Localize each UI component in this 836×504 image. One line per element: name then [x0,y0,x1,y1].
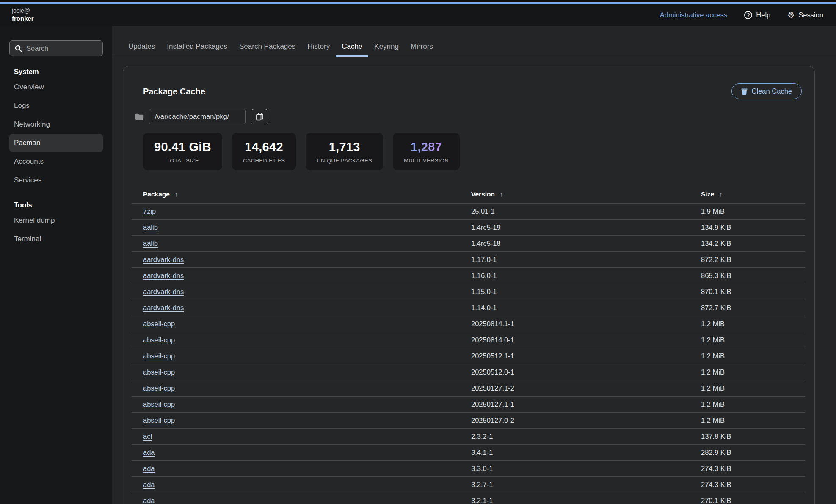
gear-icon: ⚙ [787,11,795,19]
size-cell: 1.2 MiB [701,332,805,348]
table-row: aardvark-dns1.14.0-1872.7 KiB [132,300,805,316]
package-cell: abseil-cpp [132,332,471,348]
tab-mirrors[interactable]: Mirrors [405,37,439,57]
tab-keyring[interactable]: Keyring [368,37,405,57]
package-link[interactable]: abseil-cpp [143,352,175,360]
sort-icon[interactable]: ↕ [719,190,723,198]
sidebar-item-terminal[interactable]: Terminal [9,230,103,248]
tab-updates[interactable]: Updates [122,37,161,57]
stat-label: UNIQUE PACKAGES [317,157,372,164]
size-cell: 274.3 KiB [701,477,805,493]
package-link[interactable]: abseil-cpp [143,320,175,328]
package-link[interactable]: abseil-cpp [143,416,175,424]
package-link[interactable]: ada [143,497,155,504]
table-row: abseil-cpp20250127.1-21.2 MiB [132,380,805,397]
package-link[interactable]: ada [143,481,155,488]
sidebar-item-pacman[interactable]: Pacman [9,134,103,152]
size-cell: 1.2 MiB [701,316,805,332]
cache-path-input[interactable] [149,109,246,124]
sidebar-item-networking[interactable]: Networking [9,115,103,134]
copy-path-button[interactable] [251,109,268,124]
package-link[interactable]: ada [143,449,155,456]
version-cell: 20250814.1-1 [471,316,701,332]
sidebar-item-overview[interactable]: Overview [9,78,103,96]
size-cell: 270.1 KiB [701,493,805,504]
package-link[interactable]: abseil-cpp [143,400,175,408]
copy-icon [256,113,263,121]
clean-cache-button[interactable]: Clean Cache [731,83,802,99]
package-link[interactable]: aalib [143,223,158,231]
stat-value: 90.41 GiB [154,140,211,154]
sidebar-item-services[interactable]: Services [9,171,103,190]
table-row: ada3.3.0-1274.3 KiB [132,461,805,477]
package-link[interactable]: 7zip [143,207,156,215]
table-row: aardvark-dns1.17.0-1872.2 KiB [132,252,805,268]
administrative-access-link[interactable]: Administrative access [660,11,728,19]
sidebar-item-kernel-dump[interactable]: Kernel dump [9,211,103,230]
stat-card-unique-packages: 1,713UNIQUE PACKAGES [306,133,383,170]
package-cell: aardvark-dns [132,300,471,316]
host-brand[interactable]: josie@ fronker [12,7,34,22]
package-cell: ada [132,461,471,477]
column-header-size[interactable]: Size↕ [701,186,805,204]
size-cell: 1.2 MiB [701,380,805,397]
package-cell: abseil-cpp [132,364,471,380]
version-cell: 3.3.0-1 [471,461,701,477]
version-cell: 20250127.0-2 [471,413,701,429]
package-cell: 7zip [132,204,471,220]
masthead: josie@ fronker Administrative access ? H… [0,4,836,26]
stat-label: CACHED FILES [243,157,285,164]
table-row: abseil-cpp20250814.0-11.2 MiB [132,332,805,348]
size-cell: 137.8 KiB [701,429,805,445]
table-row: abseil-cpp20250814.1-11.2 MiB [132,316,805,332]
size-cell: 865.3 KiB [701,268,805,284]
search-input[interactable] [26,44,97,52]
size-cell: 872.7 KiB [701,300,805,316]
column-label: Version [471,190,495,198]
table-row: 7zip25.01-11.9 MiB [132,204,805,220]
sidebar-item-logs[interactable]: Logs [9,96,103,115]
tab-cache[interactable]: Cache [336,37,368,57]
package-link[interactable]: aardvark-dns [143,272,184,279]
sort-icon[interactable]: ↕ [175,190,178,198]
package-link[interactable]: abseil-cpp [143,368,175,376]
table-row: aalib1.4rc5-18134.2 KiB [132,236,805,252]
package-link[interactable]: ada [143,465,155,472]
stat-value: 14,642 [243,140,285,154]
package-cell: acl [132,429,471,445]
package-link[interactable]: abseil-cpp [143,384,175,392]
size-cell: 282.9 KiB [701,445,805,461]
trash-icon [741,88,748,95]
help-icon: ? [744,11,752,19]
version-cell: 20250127.1-1 [471,397,701,413]
sidebar-item-accounts[interactable]: Accounts [9,152,103,171]
package-cell: abseil-cpp [132,413,471,429]
version-cell: 3.2.1-1 [471,493,701,504]
table-row: abseil-cpp20250512.0-11.2 MiB [132,364,805,380]
sort-icon[interactable]: ↕ [500,190,503,198]
table-row: abseil-cpp20250127.0-21.2 MiB [132,413,805,429]
session-menu[interactable]: ⚙ Session [787,11,823,19]
package-link[interactable]: aardvark-dns [143,288,184,295]
package-link[interactable]: aalib [143,240,158,247]
table-row: aardvark-dns1.15.0-1870.1 KiB [132,284,805,300]
sidebar-search[interactable] [9,40,103,56]
tab-history[interactable]: History [301,37,336,57]
help-menu[interactable]: ? Help [744,11,770,19]
tab-installed-packages[interactable]: Installed Packages [161,37,233,57]
help-label: Help [756,11,770,19]
stats-row: 90.41 GiBTOTAL SIZE14,642CACHED FILES1,7… [143,133,805,170]
package-link[interactable]: aardvark-dns [143,256,184,263]
sidebar: SystemOverviewLogsNetworkingPacmanAccoun… [0,26,112,504]
column-header-package[interactable]: Package↕ [132,186,471,204]
package-cell: abseil-cpp [132,348,471,364]
version-cell: 20250512.1-1 [471,348,701,364]
tab-search-packages[interactable]: Search Packages [233,37,301,57]
size-cell: 1.2 MiB [701,364,805,380]
stat-card-multi-version: 1,287MULTI-VERSION [393,133,460,170]
package-link[interactable]: aardvark-dns [143,304,184,311]
column-header-version[interactable]: Version↕ [471,186,701,204]
stat-label: MULTI-VERSION [404,157,449,164]
package-link[interactable]: abseil-cpp [143,336,175,344]
package-link[interactable]: acl [143,432,152,440]
